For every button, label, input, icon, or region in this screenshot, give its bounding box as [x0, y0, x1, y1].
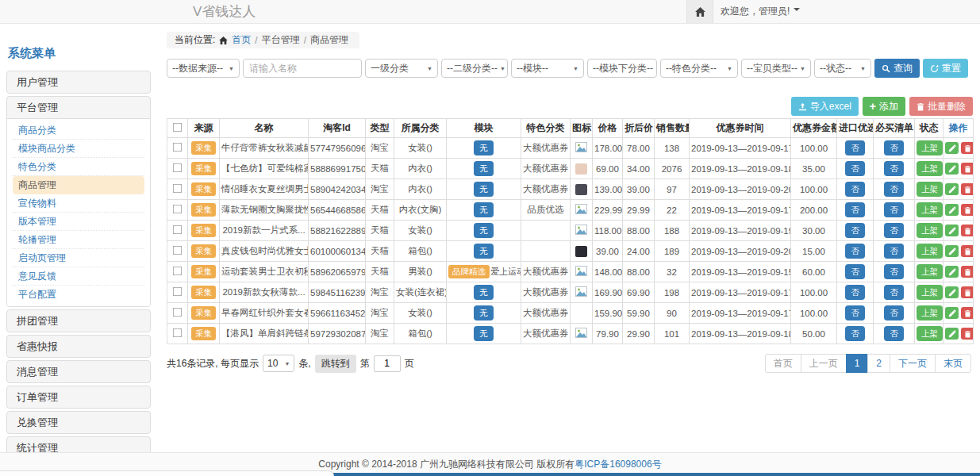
filter-select[interactable]: --状态--▼	[814, 59, 871, 78]
edit-button[interactable]	[945, 245, 959, 257]
import-select-toggle[interactable]: 否	[845, 140, 865, 155]
must-buy-toggle[interactable]: 否	[884, 285, 904, 300]
status-button[interactable]: 上架	[917, 264, 943, 279]
user-dropdown[interactable]: 欢迎您，管理员!	[721, 0, 800, 23]
sidebar-item[interactable]: 特色分类	[13, 158, 144, 176]
import-select-toggle[interactable]: 否	[845, 182, 865, 197]
sidebar-item[interactable]: 轮播管理	[13, 231, 144, 249]
edit-button[interactable]	[945, 183, 959, 195]
status-button[interactable]: 上架	[917, 161, 943, 176]
delete-button[interactable]	[961, 225, 974, 236]
sidebar-item[interactable]: 平台配置	[13, 286, 144, 304]
status-button[interactable]: 上架	[917, 223, 943, 238]
sidebar-section-heading[interactable]: 省惠快报	[7, 336, 150, 357]
must-buy-toggle[interactable]: 否	[884, 305, 904, 321]
must-buy-toggle[interactable]: 否	[884, 182, 904, 197]
edit-button[interactable]	[945, 286, 959, 298]
home-button[interactable]	[686, 0, 713, 23]
status-button[interactable]: 上架	[917, 202, 943, 217]
sidebar-item[interactable]: 宣传物料	[13, 194, 144, 213]
sidebar-item[interactable]: 版本管理	[13, 213, 144, 231]
sidebar-item[interactable]: 商品分类	[13, 121, 144, 140]
must-buy-toggle[interactable]: 否	[884, 140, 904, 155]
status-button[interactable]: 上架	[917, 326, 943, 341]
must-buy-toggle[interactable]: 否	[884, 244, 904, 259]
must-buy-toggle[interactable]: 否	[884, 223, 904, 238]
sidebar-item[interactable]: 商品管理	[13, 176, 144, 194]
row-checkbox[interactable]	[173, 287, 183, 297]
edit-button[interactable]	[945, 204, 959, 216]
import-select-toggle[interactable]: 否	[845, 202, 865, 217]
row-checkbox[interactable]	[173, 184, 183, 194]
import-select-toggle[interactable]: 否	[845, 305, 865, 321]
page-button[interactable]: 1	[846, 354, 869, 373]
import-select-toggle[interactable]: 否	[845, 244, 865, 259]
page-button[interactable]: 末页	[935, 354, 971, 373]
import-excel-button[interactable]: 导入excel	[791, 97, 859, 116]
name-filter-input[interactable]	[243, 59, 362, 78]
search-button[interactable]: 查询	[874, 59, 920, 78]
import-select-toggle[interactable]: 否	[845, 264, 865, 279]
filter-select[interactable]: --模块下分类--▼	[587, 59, 657, 78]
row-checkbox[interactable]	[173, 143, 183, 152]
sidebar-section-heading[interactable]: 兑换管理	[7, 412, 150, 433]
filter-select[interactable]: --特色分类--▼	[660, 59, 738, 78]
edit-button[interactable]	[945, 225, 959, 236]
page-button[interactable]: 2	[867, 354, 890, 373]
import-select-toggle[interactable]: 否	[845, 161, 865, 176]
delete-button[interactable]	[961, 142, 974, 154]
must-buy-toggle[interactable]: 否	[884, 161, 904, 176]
import-select-toggle[interactable]: 否	[845, 285, 865, 300]
row-checkbox[interactable]	[173, 308, 183, 317]
must-buy-toggle[interactable]: 否	[884, 202, 904, 217]
jump-button[interactable]: 跳转到	[315, 355, 356, 373]
delete-button[interactable]	[961, 245, 974, 257]
sidebar-section-heading[interactable]: 拼团管理	[7, 310, 150, 332]
row-checkbox[interactable]	[173, 246, 183, 255]
sidebar-section-heading[interactable]: 消息管理	[7, 361, 150, 382]
filter-select[interactable]: --宝贝类型--▼	[741, 59, 811, 78]
filter-select[interactable]: --数据来源--▼	[167, 59, 240, 78]
sidebar-section-heading[interactable]: 平台管理	[7, 97, 150, 118]
sidebar-item[interactable]: 意见反馈	[13, 267, 144, 286]
status-button[interactable]: 上架	[917, 285, 943, 300]
breadcrumb-home-link[interactable]: 首页	[232, 33, 251, 47]
sidebar-section-heading[interactable]: 用户管理	[7, 71, 150, 93]
status-button[interactable]: 上架	[917, 182, 943, 197]
row-checkbox[interactable]	[173, 267, 183, 276]
select-all-checkbox[interactable]	[173, 122, 183, 132]
row-checkbox[interactable]	[173, 205, 183, 214]
row-checkbox[interactable]	[173, 163, 183, 173]
delete-button[interactable]	[961, 266, 974, 278]
batch-delete-button[interactable]: 批量删除	[909, 97, 973, 116]
page-button[interactable]: 上一页	[801, 354, 847, 373]
import-select-toggle[interactable]: 否	[845, 223, 865, 238]
page-button[interactable]: 下一页	[890, 354, 936, 373]
jump-page-input[interactable]	[374, 355, 401, 372]
delete-button[interactable]	[961, 183, 974, 195]
edit-button[interactable]	[945, 142, 959, 154]
status-button[interactable]: 上架	[917, 305, 943, 321]
delete-button[interactable]	[961, 204, 974, 216]
sidebar-item[interactable]: 模块商品分类	[13, 140, 144, 158]
filter-select[interactable]: --二级分类--▼	[441, 59, 508, 78]
add-button[interactable]: + 添加	[863, 97, 905, 116]
row-checkbox[interactable]	[173, 328, 183, 338]
filter-select[interactable]: 一级分类▼	[365, 59, 438, 78]
reset-button[interactable]: 重置	[923, 59, 968, 78]
row-checkbox[interactable]	[173, 225, 183, 235]
delete-button[interactable]	[961, 328, 974, 340]
filter-select[interactable]: --模块--▼	[511, 59, 584, 78]
page-button[interactable]: 首页	[765, 354, 801, 373]
edit-button[interactable]	[945, 307, 959, 319]
page-size-select[interactable]: 10 ▼	[263, 355, 294, 372]
edit-button[interactable]	[945, 328, 959, 340]
status-button[interactable]: 上架	[917, 244, 943, 259]
must-buy-toggle[interactable]: 否	[884, 264, 904, 279]
sidebar-section-heading[interactable]: 订单管理	[7, 386, 150, 408]
delete-button[interactable]	[961, 286, 974, 298]
must-buy-toggle[interactable]: 否	[884, 326, 904, 341]
edit-button[interactable]	[945, 266, 959, 278]
sidebar-item[interactable]: 启动页管理	[13, 249, 144, 267]
delete-button[interactable]	[961, 307, 974, 319]
